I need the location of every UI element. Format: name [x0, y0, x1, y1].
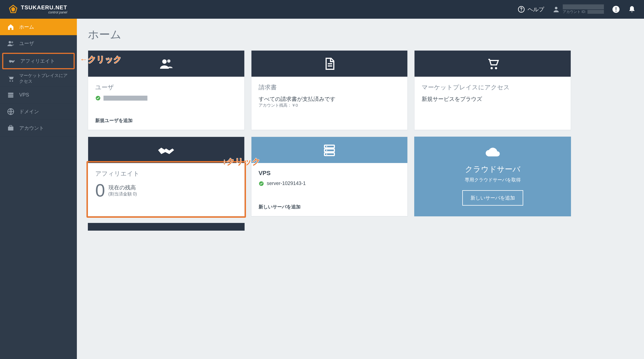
card-affiliate-head	[88, 137, 244, 163]
svg-point-29	[326, 154, 327, 155]
sidebar-item-label: ドメイン	[19, 108, 39, 115]
sidebar-item-vps[interactable]: VPS	[0, 87, 77, 103]
logo-text: TSUKAERU.NET	[21, 5, 67, 10]
svg-rect-25	[324, 149, 334, 152]
affiliate-balance-label: 現在の残高	[108, 184, 137, 191]
account-menu[interactable]: アカウント ID:	[552, 4, 604, 14]
sidebar-item-marketplace[interactable]: マーケットプレイスにアクセス	[0, 70, 77, 87]
sidebar: ホーム ユーザ アフィリエイト マーケットプレイスにアクセス VPS ドメイン …	[0, 19, 77, 359]
sidebar-item-affiliate[interactable]: アフィリエイト	[2, 53, 75, 69]
sidebar-item-label: ホーム	[19, 24, 34, 30]
sidebar-item-label: ユーザ	[19, 40, 34, 47]
cart-icon	[486, 57, 499, 70]
svg-point-10	[10, 80, 11, 81]
check-circle-icon	[95, 95, 101, 101]
handshake-icon	[8, 57, 15, 65]
cloud-icon	[485, 145, 500, 160]
card-affiliate[interactable]: アフィリエイト 0 現在の残高 (割当済金額 0)	[88, 137, 245, 216]
page-title: ホーム	[88, 27, 633, 42]
svg-point-27	[326, 146, 327, 147]
vps-server-name: server-1029143-1	[267, 181, 306, 186]
card-title: アフィリエイト	[95, 170, 237, 178]
card-invoice-head	[251, 51, 408, 77]
card-users-head	[88, 51, 244, 77]
sidebar-item-label: アカウント	[19, 125, 44, 131]
card-stub	[88, 223, 245, 231]
handshake-icon	[156, 143, 176, 157]
invoice-status: すべての請求書が支払済みです	[259, 95, 401, 103]
main-content: ホーム ユーザ 新規ユーザを追加	[77, 19, 644, 359]
svg-rect-16	[8, 126, 13, 130]
account-id-label: アカウント ID:	[563, 9, 586, 14]
card-title: VPS	[259, 170, 401, 177]
card-title: マーケットプレイスにアクセス	[422, 83, 564, 92]
cart-icon	[7, 75, 14, 82]
sidebar-item-domain[interactable]: ドメイン	[0, 103, 77, 120]
home-icon	[7, 23, 14, 31]
cloud-subtitle: 専用クラウドサーバを取得	[465, 177, 521, 183]
svg-point-28	[326, 150, 327, 151]
affiliate-balance-amount: 0	[95, 182, 105, 199]
svg-marker-1	[11, 7, 15, 12]
svg-point-9	[11, 41, 13, 43]
help-label: ヘルプ	[528, 6, 544, 13]
help-icon	[518, 6, 525, 13]
svg-point-18	[167, 59, 170, 63]
svg-rect-26	[324, 153, 334, 156]
sidebar-item-label: マーケットプレイスにアクセス	[19, 73, 70, 84]
alert-icon[interactable]	[612, 5, 620, 13]
card-marketplace-head	[415, 51, 571, 77]
card-marketplace[interactable]: マーケットプレイスにアクセス 新規サービスをブラウズ	[414, 50, 571, 130]
add-user-link[interactable]: 新規ユーザを追加	[88, 113, 244, 130]
logo[interactable]: TSUKAERU.NET control panel	[8, 4, 67, 14]
check-circle-icon	[259, 181, 264, 186]
svg-point-4	[555, 7, 557, 9]
document-icon	[323, 57, 336, 70]
server-icon	[7, 92, 14, 99]
vps-server-row[interactable]: server-1029143-1	[259, 181, 401, 186]
card-vps[interactable]: VPS server-1029143-1 新しいサーバを追加	[251, 137, 408, 216]
svg-rect-24	[324, 145, 334, 148]
card-title: 請求書	[259, 83, 401, 92]
svg-rect-6	[616, 7, 616, 10]
sidebar-item-home[interactable]: ホーム	[0, 19, 77, 35]
account-name-redacted	[563, 4, 604, 9]
svg-point-17	[162, 59, 167, 64]
cloud-title: クラウドサーバ	[465, 164, 520, 175]
svg-point-23	[495, 67, 497, 69]
bell-icon[interactable]	[628, 5, 636, 13]
users-icon	[7, 40, 14, 47]
marketplace-line: 新規サービスをブラウズ	[422, 95, 564, 103]
user-status-row	[95, 95, 237, 101]
briefcase-icon	[7, 125, 14, 132]
svg-rect-13	[8, 94, 13, 95]
svg-point-7	[615, 11, 617, 12]
svg-point-3	[521, 10, 522, 11]
user-icon	[552, 5, 560, 13]
affiliate-balance-sub: (割当済金額 0)	[108, 191, 137, 197]
card-invoice[interactable]: 請求書 すべての請求書が支払済みです アカウント残高：￥0	[251, 50, 408, 130]
sidebar-item-label: VPS	[19, 92, 29, 98]
card-users[interactable]: ユーザ 新規ユーザを追加	[88, 50, 245, 130]
svg-point-11	[12, 80, 13, 81]
users-icon	[159, 57, 173, 70]
sidebar-item-users[interactable]: ユーザ	[0, 35, 77, 52]
card-title: ユーザ	[95, 83, 237, 92]
logo-subtitle: control panel	[48, 11, 67, 14]
svg-point-22	[491, 67, 493, 69]
svg-point-8	[9, 41, 11, 43]
server-icon	[323, 143, 336, 157]
user-name-redacted	[103, 96, 147, 101]
logo-icon	[8, 4, 18, 14]
sidebar-item-account[interactable]: アカウント	[0, 120, 77, 136]
card-vps-head	[251, 137, 408, 163]
account-id-redacted	[587, 10, 604, 14]
add-server-link[interactable]: 新しいサーバを追加	[251, 199, 408, 216]
topbar: TSUKAERU.NET control panel ヘルプ アカウント ID:	[0, 0, 644, 19]
help-link[interactable]: ヘルプ	[518, 6, 544, 13]
globe-icon	[7, 108, 14, 115]
sidebar-item-label: アフィリエイト	[20, 58, 55, 64]
add-cloud-server-button[interactable]: 新しいサーバを追加	[462, 190, 523, 206]
account-balance: アカウント残高：￥0	[259, 103, 401, 108]
card-cloud-server[interactable]: クラウドサーバ 専用クラウドサーバを取得 新しいサーバを追加	[414, 137, 571, 216]
